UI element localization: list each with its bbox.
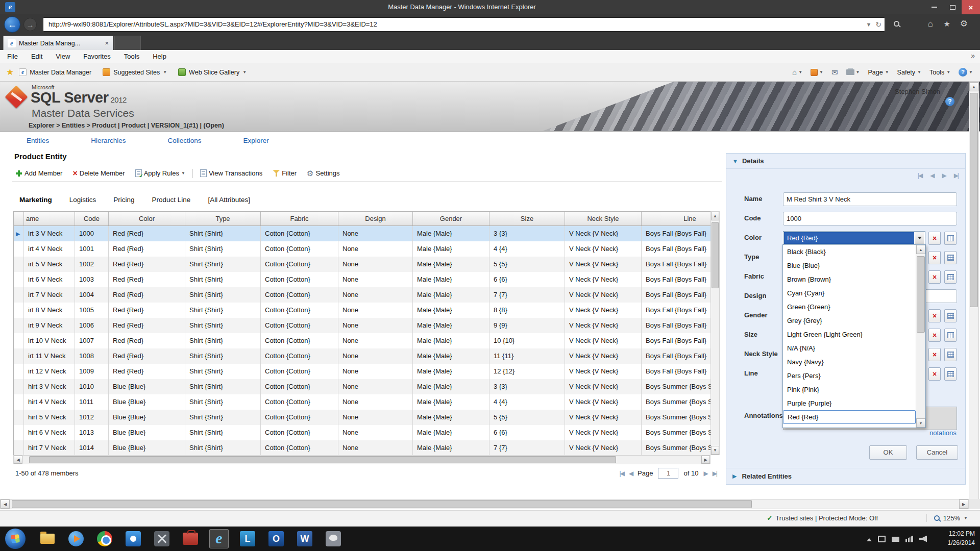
read-mail-button[interactable]: ✉ bbox=[831, 68, 838, 77]
nav-hierarchies[interactable]: Hierarchies bbox=[91, 137, 126, 144]
first-page-icon[interactable]: |◀ bbox=[620, 470, 624, 477]
dropdown-option[interactable]: Light Green {Light Green} bbox=[783, 328, 916, 341]
apply-rules-button[interactable]: Apply Rules ▼ bbox=[132, 169, 188, 177]
header-help-icon[interactable]: ? bbox=[945, 97, 954, 106]
refresh-icon[interactable]: ↻ bbox=[875, 18, 881, 31]
column-header[interactable]: Fabric bbox=[261, 212, 338, 226]
help-menu-button[interactable]: ?▼ bbox=[959, 68, 973, 77]
dropdown-option[interactable]: Green {Green} bbox=[783, 300, 916, 314]
nav-explorer[interactable]: Explorer bbox=[243, 137, 269, 144]
dropdown-option[interactable]: Black {Black} bbox=[783, 245, 916, 259]
line-lookup-button[interactable] bbox=[944, 367, 957, 381]
table-row[interactable]: irt 6 V Neck1003Red {Red}Shirt {Shirt}Co… bbox=[14, 272, 710, 287]
url-input[interactable]: http://r9-wxl90:8081/Explorer/AttributeS… bbox=[43, 17, 885, 32]
dropdown-option[interactable]: Brown {Brown} bbox=[783, 272, 916, 286]
dropdown-option[interactable]: Cyan {Cyan} bbox=[783, 286, 916, 300]
scroll-right-icon[interactable]: ▶ bbox=[959, 499, 968, 509]
column-header[interactable]: Gender bbox=[413, 212, 489, 226]
dropdown-option[interactable]: Purple {Purple} bbox=[783, 396, 916, 410]
last-page-icon[interactable]: ▶| bbox=[713, 470, 717, 477]
nav-entities[interactable]: Entities bbox=[27, 137, 49, 144]
menu-tools[interactable]: Tools bbox=[124, 53, 139, 60]
record-last-icon[interactable]: ▶| bbox=[954, 172, 958, 179]
table-row[interactable]: hirt 7 V Neck1014Blue {Blue}Shirt {Shirt… bbox=[14, 440, 710, 455]
chevron-down-icon[interactable]: ▼ bbox=[181, 171, 185, 176]
grid-vertical-scrollbar[interactable]: ▲ ▼ bbox=[710, 211, 720, 455]
delete-member-button[interactable]: × Delete Member bbox=[69, 169, 128, 177]
column-header[interactable]: Type bbox=[185, 212, 261, 226]
column-header[interactable]: Line bbox=[642, 212, 710, 226]
grid-horizontal-scrollbar[interactable]: ◀ ▶ bbox=[13, 455, 710, 464]
nav-collections[interactable]: Collections bbox=[168, 137, 202, 144]
favorite-suggested-sites[interactable]: Suggested Sites ▼ bbox=[103, 68, 167, 76]
settings-button[interactable]: ⚙ Settings bbox=[304, 169, 342, 178]
table-row[interactable]: hirt 6 V Neck1013Blue {Blue}Shirt {Shirt… bbox=[14, 425, 710, 440]
taskbar-chrome[interactable] bbox=[95, 529, 114, 548]
minimize-button[interactable] bbox=[925, 0, 943, 14]
clear-line-button[interactable]: × bbox=[928, 367, 941, 381]
prev-page-icon[interactable]: ◀ bbox=[629, 470, 632, 477]
dropdown-option[interactable]: Navy {Navy} bbox=[783, 355, 916, 369]
scrollbar-thumb[interactable] bbox=[12, 500, 752, 508]
column-header[interactable]: ame bbox=[24, 212, 75, 226]
ok-button[interactable]: OK bbox=[869, 445, 907, 460]
touch-keyboard-icon[interactable] bbox=[892, 537, 899, 542]
scroll-down-icon[interactable]: ▼ bbox=[711, 446, 719, 455]
dropdown-option[interactable]: Pink {Pink} bbox=[783, 383, 916, 396]
add-favorite-star-icon[interactable]: ★ bbox=[6, 67, 14, 78]
search-icon[interactable] bbox=[894, 18, 899, 30]
table-row[interactable]: irt 11 V Neck1008Red {Red}Shirt {Shirt}C… bbox=[14, 348, 710, 364]
autocomplete-caret-icon[interactable]: ▼ bbox=[866, 18, 871, 31]
scroll-up-icon[interactable]: ▲ bbox=[711, 212, 719, 220]
home-icon[interactable]: ⌂ bbox=[928, 18, 933, 30]
dropdown-option[interactable]: Red {Red} bbox=[783, 410, 916, 424]
table-row[interactable]: hirt 5 V Neck1012Blue {Blue}Shirt {Shirt… bbox=[14, 410, 710, 425]
related-entities-header[interactable]: ▶ Related Entities bbox=[726, 468, 965, 484]
tab-product-line[interactable]: Product Line bbox=[152, 196, 191, 204]
annotations-link[interactable]: notations bbox=[929, 429, 957, 437]
safety-menu-button[interactable]: Safety▼ bbox=[897, 69, 921, 76]
clear-neck-style-button[interactable]: × bbox=[928, 348, 941, 361]
scrollbar-thumb[interactable] bbox=[970, 93, 978, 307]
volume-icon[interactable] bbox=[919, 536, 927, 542]
show-hidden-icons[interactable] bbox=[867, 538, 872, 541]
add-member-button[interactable]: Add Member bbox=[12, 169, 65, 177]
chevron-down-icon[interactable] bbox=[915, 232, 924, 244]
column-header[interactable]: Design bbox=[338, 212, 413, 226]
table-row[interactable]: irt 12 V Neck1009Red {Red}Shirt {Shirt}C… bbox=[14, 364, 710, 379]
scroll-up-icon[interactable]: ▲ bbox=[916, 245, 925, 254]
table-row[interactable]: hirt 3 V Neck1010Blue {Blue}Shirt {Shirt… bbox=[14, 379, 710, 394]
menu-favorites[interactable]: Favorites bbox=[83, 53, 110, 60]
table-row[interactable]: irt 4 V Neck1001Red {Red}Shirt {Shirt}Co… bbox=[14, 241, 710, 257]
dropdown-option[interactable]: Blue {Blue} bbox=[783, 259, 916, 272]
favorite-master-data-manager[interactable]: e Master Data Manager bbox=[19, 68, 91, 76]
column-header[interactable]: Code bbox=[75, 212, 109, 226]
tab-all-attributes[interactable]: [All Attributes] bbox=[208, 196, 250, 204]
view-transactions-button[interactable]: View Transactions bbox=[197, 169, 265, 177]
record-prev-icon[interactable]: ◀ bbox=[930, 172, 934, 179]
filter-button[interactable]: Filter bbox=[270, 169, 300, 177]
clear-fabric-button[interactable]: × bbox=[928, 270, 941, 284]
scroll-left-icon[interactable]: ◀ bbox=[14, 456, 22, 464]
settings-gear-icon[interactable]: ⚙ bbox=[960, 18, 968, 30]
close-button[interactable]: × bbox=[962, 0, 980, 14]
network-monitor-icon[interactable] bbox=[878, 536, 886, 542]
record-next-icon[interactable]: ▶ bbox=[942, 172, 945, 179]
tab-close-icon[interactable]: × bbox=[105, 39, 109, 47]
size-lookup-button[interactable] bbox=[944, 329, 957, 342]
table-row[interactable]: irt 9 V Neck1006Red {Red}Shirt {Shirt}Co… bbox=[14, 318, 710, 333]
clear-size-button[interactable]: × bbox=[928, 329, 941, 342]
signal-bars-icon[interactable] bbox=[905, 536, 913, 542]
home-menu-button[interactable]: ⌂▼ bbox=[792, 68, 802, 77]
scrollbar-thumb[interactable] bbox=[29, 456, 616, 463]
name-input[interactable] bbox=[783, 192, 957, 206]
forward-button[interactable]: → bbox=[23, 18, 37, 31]
taskbar-admin-tools[interactable] bbox=[152, 529, 172, 548]
taskbar-outlook[interactable]: O bbox=[266, 529, 286, 548]
table-row[interactable]: irt 10 V Neck1007Red {Red}Shirt {Shirt}C… bbox=[14, 333, 710, 348]
menu-file[interactable]: File bbox=[7, 53, 18, 60]
menu-edit[interactable]: Edit bbox=[31, 53, 42, 60]
favorite-web-slice-gallery[interactable]: Web Slice Gallery ▼ bbox=[178, 68, 247, 76]
taskbar-lync[interactable]: L bbox=[238, 529, 257, 548]
column-header[interactable]: Size bbox=[489, 212, 565, 226]
